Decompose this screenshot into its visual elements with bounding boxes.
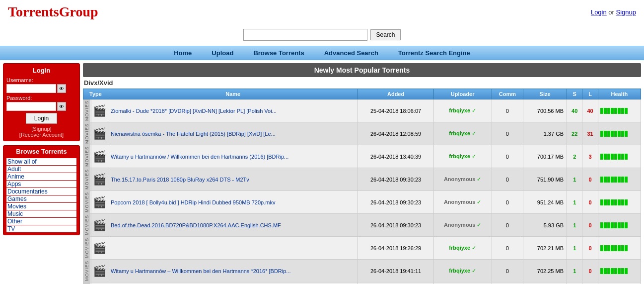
nav-home[interactable]: Home (174, 49, 192, 57)
health-segment (600, 154, 603, 160)
torrent-name-link[interactable]: The.15.17.to.Paris 2018 1080p BluRay x26… (111, 177, 249, 183)
search-area: Search (0, 24, 644, 46)
header-auth: Login or Signup (591, 8, 636, 16)
browse-anime[interactable]: Anime (6, 173, 76, 180)
health-segment (607, 131, 610, 137)
health-segment (604, 177, 607, 183)
browse-games[interactable]: Games (6, 195, 76, 202)
sidebar: Login Username: 👁 Password: 👁 Login [Sig… (3, 63, 80, 284)
login-link[interactable]: Login (591, 8, 607, 16)
added-cell: 26-04-2018 12:08:59 (358, 122, 433, 145)
search-button[interactable]: Search (370, 29, 400, 40)
name-cell[interactable]: Ziomalki - Dude *2018* [DVDRip] [XviD-NN… (108, 99, 358, 122)
signup-sidebar-link[interactable]: [Signup] (31, 126, 51, 132)
verified-check-icon: ✓ (475, 176, 481, 182)
browse-tv[interactable]: TV (6, 225, 76, 232)
type-vertical-text: MOVIES (83, 122, 90, 145)
name-cell[interactable]: Bye Bye Germany - Es war einmal in Deuts… (108, 283, 358, 284)
health-segment (607, 245, 610, 251)
password-label: Password: (6, 95, 76, 101)
signup-link[interactable]: Signup (616, 8, 636, 16)
health-segment (625, 199, 628, 205)
torrent-name-link[interactable]: Bed.of.the.Dead.2016.BD720P&BD1080P.X264… (111, 222, 281, 228)
health-segment (621, 245, 624, 251)
name-cell[interactable] (108, 237, 358, 260)
name-cell[interactable]: Bed.of.the.Dead.2016.BD720P&BD1080P.X264… (108, 214, 358, 237)
uploader-name: frbqiyxe (449, 130, 470, 136)
header: TorrentsGroup Login or Signup (0, 0, 644, 24)
type-cell: MOVIES (83, 214, 91, 237)
type-vertical-text: MOVIES (83, 168, 90, 190)
icon-cell: 🎬 (91, 237, 108, 260)
movie-icon: 🎬 (93, 127, 106, 140)
password-input[interactable] (6, 102, 56, 111)
name-cell[interactable]: Witamy u Hartmannów – Willkommen bei den… (108, 260, 358, 283)
name-cell[interactable]: Popcorn 2018 [ Bolly4u.bid ] HDRip Hindi… (108, 191, 358, 214)
torrent-name-link[interactable]: Witamy u Hartmannów / Willkommen bei den… (111, 154, 288, 160)
health-segment (611, 199, 614, 205)
type-vertical-text: MOVIES (83, 145, 90, 168)
name-cell[interactable]: Witamy u Hartmannów / Willkommen bei den… (108, 145, 358, 168)
health-segment (625, 245, 628, 251)
content-title: Newly Most Popular Torrents (83, 63, 641, 77)
torrent-name-link[interactable]: Witamy u Hartmannów – Willkommen bei den… (111, 268, 291, 274)
health-cell (598, 122, 641, 145)
torrent-name-link[interactable]: Popcorn 2018 [ Bolly4u.bid ] HDRip Hindi… (111, 199, 275, 205)
logo-text-group: Group (59, 4, 98, 19)
health-segment (614, 199, 617, 205)
icon-cell: 🎬 (91, 260, 108, 283)
health-cell (598, 99, 641, 122)
username-input[interactable] (6, 84, 56, 93)
s-cell: 1 (567, 237, 582, 260)
browse-other[interactable]: Other (6, 218, 76, 225)
browse-movies[interactable]: Movies (6, 203, 76, 210)
browse-adult[interactable]: Adult (6, 166, 76, 173)
health-segment (614, 245, 617, 251)
comm-cell: 0 (492, 145, 523, 168)
table-row: MOVIES🎬Bed.of.the.Dead.2016.BD720P&BD108… (83, 214, 641, 237)
s-cell: 40 (567, 99, 582, 122)
verified-check-icon: ✓ (470, 268, 476, 274)
browse-documentaries[interactable]: Documentaries (6, 188, 76, 195)
health-segment (600, 199, 603, 205)
login-button[interactable]: Login (26, 113, 57, 124)
health-segment (600, 245, 603, 251)
health-bar (600, 131, 639, 137)
divx-section-label: Divx/Xvid (83, 79, 641, 87)
torrent-name-link[interactable]: Nienawistna ósemka - The Hateful Eight (… (111, 131, 276, 137)
nav-browse[interactable]: Browse Torrents (253, 49, 304, 57)
nav-advanced-search[interactable]: Advanced Search (324, 49, 378, 57)
health-segment (611, 131, 614, 137)
health-bar (600, 245, 639, 251)
health-cell (598, 168, 641, 191)
name-cell[interactable]: The.15.17.to.Paris 2018 1080p BluRay x26… (108, 168, 358, 191)
browse-apps[interactable]: Apps (6, 181, 76, 188)
icon-cell: 🎬 (91, 191, 108, 214)
l-cell: 40 (582, 99, 598, 122)
type-cell: MOVIES (83, 283, 91, 284)
uploader-cell: Anonymous ✓ (433, 214, 492, 237)
health-cell (598, 283, 641, 284)
password-eye-icon[interactable]: 👁 (57, 102, 66, 111)
health-segment (600, 177, 603, 183)
logo-text-torrents: Torrent (8, 4, 54, 19)
size-cell: 702.25 MB (523, 260, 567, 283)
health-segment (618, 199, 621, 205)
recover-account-link[interactable]: [Recover Account] (19, 132, 64, 138)
uploader-cell: Anonymous ✓ (433, 191, 492, 214)
nav-torrentz[interactable]: Torrentz Search Engine (398, 49, 470, 57)
health-bar (600, 222, 639, 228)
table-row: MOVIES🎬The.15.17.to.Paris 2018 1080p Blu… (83, 168, 641, 191)
health-segment (607, 199, 610, 205)
l-cell: 0 (582, 283, 598, 284)
torrent-name-link[interactable]: Ziomalki - Dude *2018* [DVDRip] [XviD-NN… (111, 108, 277, 114)
nav-upload[interactable]: Upload (212, 49, 233, 57)
browse-music[interactable]: Music (6, 210, 76, 217)
search-input[interactable] (243, 29, 367, 41)
show-all-link[interactable]: Show all of (6, 158, 76, 165)
l-cell: 3 (582, 145, 598, 168)
navbar: Home Upload Browse Torrents Advanced Sea… (0, 46, 644, 60)
username-eye-icon[interactable]: 👁 (57, 84, 66, 93)
name-cell[interactable]: Nienawistna ósemka - The Hateful Eight (… (108, 122, 358, 145)
health-segment (614, 131, 617, 137)
